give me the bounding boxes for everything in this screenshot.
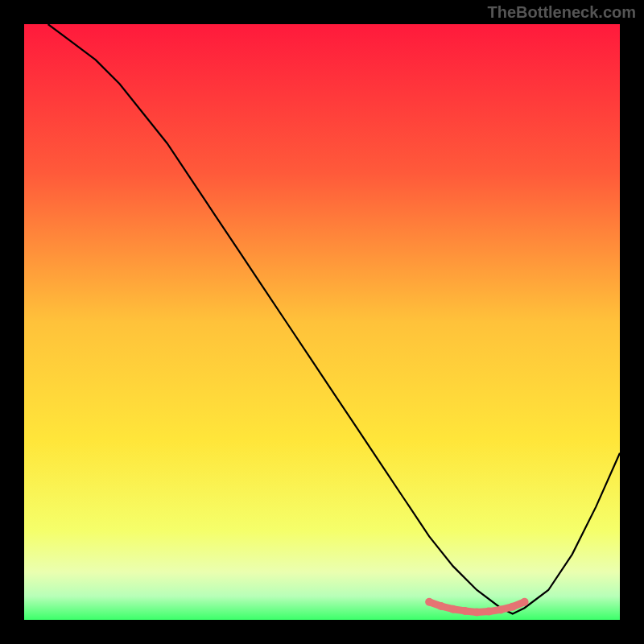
highlight-dot — [485, 608, 493, 616]
highlight-dot — [509, 603, 517, 611]
chart-svg — [24, 24, 620, 620]
highlight-dot — [449, 605, 457, 613]
watermark-text: TheBottleneck.com — [488, 3, 636, 22]
highlight-dot — [521, 598, 529, 606]
highlight-dot — [473, 608, 481, 616]
highlight-dot — [425, 598, 433, 606]
highlight-dot — [437, 602, 445, 610]
highlight-dot — [461, 607, 469, 615]
highlight-dot — [497, 605, 505, 613]
chart-container — [24, 24, 620, 620]
chart-background — [24, 24, 620, 620]
